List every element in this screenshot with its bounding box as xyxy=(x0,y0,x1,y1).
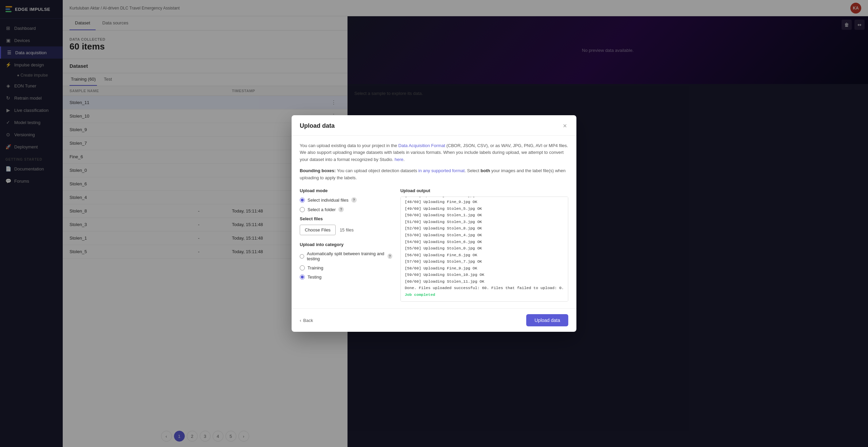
file-input-row: Choose Files 15 files xyxy=(300,225,392,235)
radio-testing-input[interactable] xyxy=(300,275,305,280)
upload-output-section: Upload output [43/60] Uploading Fine_7.j… xyxy=(400,188,568,302)
log-line: [48/60] Uploading Fine_9.jpg OK xyxy=(405,199,564,205)
radio-training[interactable]: Training xyxy=(300,265,392,270)
log-line: [53/60] Uploading Stolen_4.jpg OK xyxy=(405,232,564,239)
log-line: [52/60] Uploading Stolen_8.jpg OK xyxy=(405,225,564,232)
upload-data-btn[interactable]: Upload data xyxy=(526,314,568,326)
radio-training-input[interactable] xyxy=(300,265,305,270)
radio-select-folder[interactable]: Select a folder ? xyxy=(300,207,392,212)
log-line: [57/60] Uploading Stolen_7.jpg OK xyxy=(405,258,564,265)
log-line: [49/60] Uploading Stolen_5.jpg OK xyxy=(405,205,564,212)
log-line: [50/60] Uploading Stolen_1.jpg OK xyxy=(405,212,564,219)
folder-help-icon[interactable]: ? xyxy=(338,207,344,212)
modal-title: Upload data xyxy=(300,122,335,129)
radio-folder-label: Select a folder xyxy=(308,207,336,212)
log-line: [55/60] Uploading Stolen_0.jpg OK xyxy=(405,245,564,252)
upload-form-section: Upload mode Select individual files ? Se… xyxy=(300,188,392,302)
back-label: Back xyxy=(303,318,313,323)
modal-footer: ‹ Back Upload data xyxy=(292,308,576,332)
radio-testing[interactable]: Testing xyxy=(300,275,392,280)
individual-help-icon[interactable]: ? xyxy=(351,197,357,203)
choose-files-btn[interactable]: Choose Files xyxy=(300,225,336,235)
radio-individual-files[interactable]: Select individual files ? xyxy=(300,197,392,203)
training-label: Training xyxy=(308,265,323,270)
select-files-label: Select files xyxy=(300,216,392,221)
modal-description: You can upload existing data to your pro… xyxy=(300,142,568,163)
output-label: Upload output xyxy=(400,188,568,193)
auto-split-label: Automatically split between training and… xyxy=(307,251,385,261)
back-chevron: ‹ xyxy=(300,318,301,323)
radio-individual-input[interactable] xyxy=(300,198,305,203)
log-line: [58/60] Uploading Fine_9.jpg OK xyxy=(405,265,564,272)
files-count: 15 files xyxy=(340,227,354,232)
log-line: [60/60] Uploading Stolen_11.jpg OK xyxy=(405,278,564,285)
auto-split-help-icon[interactable]: ? xyxy=(388,253,392,259)
modal-columns: Upload mode Select individual files ? Se… xyxy=(300,188,568,302)
modal-close-btn[interactable]: × xyxy=(561,122,568,130)
back-btn[interactable]: ‹ Back xyxy=(300,318,313,323)
log-line: Done. Files uploaded successful: 60. Fil… xyxy=(405,285,564,291)
supported-format-link[interactable]: in any supported format xyxy=(418,168,465,173)
modal-body: You can upload existing data to your pro… xyxy=(292,136,576,309)
radio-individual-label: Select individual files xyxy=(308,198,349,203)
log-line: [59/60] Uploading Stolen_10.jpg OK xyxy=(405,271,564,278)
data-acquisition-format-link[interactable]: Data Acquisition Format xyxy=(398,143,445,148)
log-line: [51/60] Uploading Stolen_3.jpg OK xyxy=(405,219,564,225)
upload-modal: Upload data × You can upload existing da… xyxy=(292,115,576,332)
upload-mode-label: Upload mode xyxy=(300,188,392,193)
output-log: [43/60] Uploading Fine_7.jpg OK[44/60] U… xyxy=(400,197,568,302)
radio-auto-split[interactable]: Automatically split between training and… xyxy=(300,251,392,261)
log-line: [56/60] Uploading Fine_6.jpg OK xyxy=(405,252,564,259)
radio-folder-input[interactable] xyxy=(300,207,305,212)
upload-into-label: Upload into category xyxy=(300,242,392,247)
testing-label: Testing xyxy=(308,275,321,280)
log-line: [54/60] Uploading Stolen_6.jpg OK xyxy=(405,239,564,245)
modal-overlay: Upload data × You can upload existing da… xyxy=(0,0,868,447)
log-line: Job completed xyxy=(405,291,564,298)
radio-auto-split-input[interactable] xyxy=(300,254,304,259)
modal-header: Upload data × xyxy=(292,115,576,136)
bbox-notice: Bounding boxes: You can upload object de… xyxy=(300,167,568,182)
here-link[interactable]: here xyxy=(395,157,403,162)
